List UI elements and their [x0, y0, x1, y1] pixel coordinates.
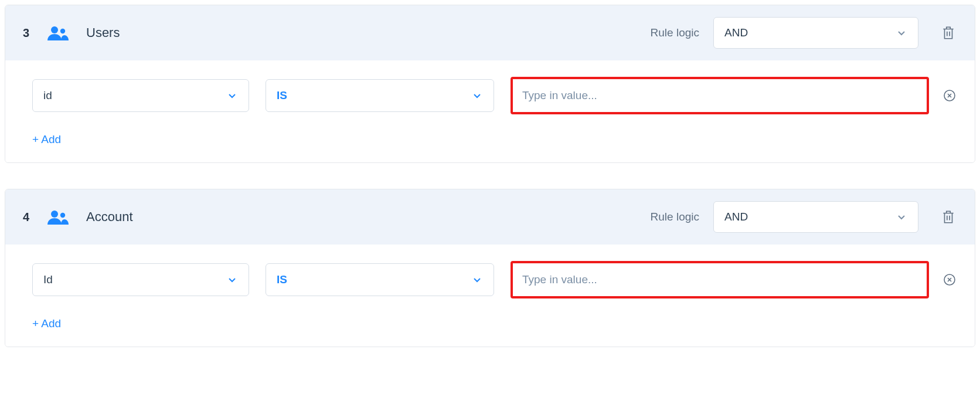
rule-logic-select[interactable]: AND	[713, 17, 918, 49]
field-value: Id	[43, 273, 53, 286]
users-icon	[46, 25, 70, 41]
add-condition-button[interactable]: + Add	[32, 131, 61, 148]
svg-point-3	[51, 211, 58, 218]
operator-value: IS	[277, 273, 287, 286]
delete-rule-button[interactable]	[940, 24, 957, 42]
operator-select[interactable]: IS	[266, 79, 494, 112]
rule-body: id IS + Add	[5, 60, 975, 162]
rule-header: 3 Users Rule logic AND	[5, 5, 975, 60]
remove-condition-button[interactable]	[942, 88, 957, 103]
rule-logic-label: Rule logic	[651, 211, 699, 223]
value-input-wrap	[511, 261, 929, 298]
chevron-down-icon	[896, 27, 907, 39]
rule-card: 3 Users Rule logic AND	[5, 5, 975, 163]
rule-logic-label: Rule logic	[651, 26, 699, 39]
chevron-down-icon	[471, 90, 483, 101]
chevron-down-icon	[471, 274, 483, 286]
svg-point-1	[60, 29, 65, 33]
value-input[interactable]	[511, 261, 929, 298]
delete-rule-button[interactable]	[940, 208, 957, 226]
rule-logic-value: AND	[724, 211, 748, 223]
chevron-down-icon	[226, 90, 238, 101]
users-icon	[46, 209, 70, 225]
operator-value: IS	[277, 89, 287, 102]
rule-title: Users	[86, 25, 120, 40]
operator-select[interactable]: IS	[266, 263, 494, 296]
condition-row: Id IS	[32, 261, 957, 298]
remove-condition-button[interactable]	[942, 272, 957, 287]
rule-body: Id IS + Add	[5, 245, 975, 347]
svg-point-0	[51, 26, 58, 33]
rule-card: 4 Account Rule logic AND	[5, 189, 975, 347]
field-select[interactable]: Id	[32, 263, 249, 296]
field-select[interactable]: id	[32, 79, 249, 112]
chevron-down-icon	[896, 211, 907, 223]
svg-point-4	[60, 213, 65, 218]
rule-number: 4	[23, 211, 36, 224]
rule-title: Account	[86, 209, 133, 225]
field-value: id	[43, 89, 52, 102]
rule-header: 4 Account Rule logic AND	[5, 189, 975, 245]
add-condition-button[interactable]: + Add	[32, 315, 61, 332]
value-input[interactable]	[511, 77, 929, 114]
rule-logic-select[interactable]: AND	[713, 201, 918, 233]
rule-number: 3	[23, 26, 36, 40]
chevron-down-icon	[226, 274, 238, 286]
value-input-wrap	[511, 77, 929, 114]
condition-row: id IS	[32, 77, 957, 114]
rule-logic-value: AND	[724, 26, 748, 39]
